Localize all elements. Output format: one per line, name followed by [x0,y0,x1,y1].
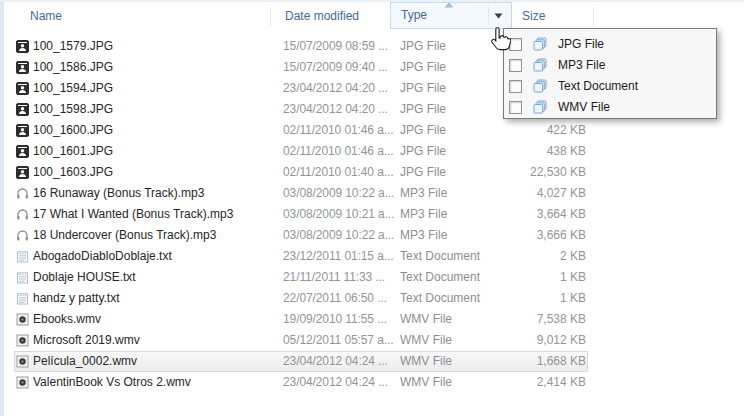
table-row[interactable]: 100_1598.JPG 23/04/2012 04:20 ... JPG Fi… [14,99,588,120]
file-size: 1,668 KB [466,351,586,372]
filter-option[interactable]: JPG File [504,34,716,55]
file-stack-icon [533,100,548,115]
photo-icon [16,166,29,179]
filter-option-label: Text Document [558,76,638,97]
file-size: 3,666 KB [466,225,586,246]
file-date-modified: 03/08/2009 10:22 a... [283,183,399,204]
filter-option[interactable]: Text Document [504,76,716,97]
file-date-modified: 02/11/2010 01:46 a... [283,141,399,162]
filter-option[interactable]: WMV File [504,97,716,118]
file-name: 100_1579.JPG [33,36,279,57]
checkbox[interactable] [509,80,522,93]
file-name: 100_1601.JPG [33,141,279,162]
checkbox[interactable] [509,59,522,72]
photo-icon [16,145,29,158]
headphones-icon [16,208,29,221]
filter-option-label: WMV File [558,97,610,118]
checkbox[interactable] [509,101,522,114]
table-row[interactable]: ValentinBook Vs Otros 2.wmv 23/04/2012 0… [14,372,588,393]
photo-icon [16,82,29,95]
file-date-modified: 02/11/2010 01:46 a... [283,120,399,141]
file-date-modified: 02/11/2010 01:40 a... [283,162,399,183]
file-date-modified: 23/04/2012 04:24 ... [283,351,399,372]
column-header-type-label: Type [401,3,427,28]
file-size: 2,414 KB [466,372,586,393]
file-name: 100_1586.JPG [33,57,279,78]
video-icon [16,313,29,326]
file-name: 100_1603.JPG [33,162,279,183]
file-size: 4,027 KB [466,183,586,204]
column-header-name[interactable]: Name [30,2,62,30]
column-divider[interactable] [270,7,271,26]
file-name: 100_1600.JPG [33,120,279,141]
table-row[interactable]: 100_1586.JPG 15/07/2009 09:40 ... JPG Fi… [14,57,588,78]
photo-icon [16,124,29,137]
table-row[interactable]: 100_1594.JPG 23/04/2012 04:20 ... JPG Fi… [14,78,588,99]
table-row[interactable]: 16 Runaway (Bonus Track).mp3 03/08/2009 … [14,183,588,204]
chevron-down-icon [494,13,503,19]
file-name: 100_1598.JPG [33,99,279,120]
file-name: 16 Runaway (Bonus Track).mp3 [33,183,279,204]
table-row[interactable]: AbogadoDiabloDoblaje.txt 23/12/2011 01:1… [14,246,588,267]
file-name: Doblaje HOUSE.txt [33,267,279,288]
filter-option[interactable]: MP3 File [504,55,716,76]
file-date-modified: 05/12/2011 05:57 a... [283,330,399,351]
column-divider[interactable] [593,7,594,26]
file-size: 22,530 KB [466,162,586,183]
table-row[interactable]: 100_1601.JPG 02/11/2010 01:46 a... JPG F… [14,141,588,162]
file-name: AbogadoDiabloDoblaje.txt [33,246,279,267]
photo-icon [16,40,29,53]
table-row[interactable]: 17 What I Wanted (Bonus Track).mp3 03/08… [14,204,588,225]
file-date-modified: 23/12/2011 01:15 a... [283,246,399,267]
checkbox[interactable] [509,38,522,51]
column-header-row: Name Date modified Type Size [0,2,744,30]
file-date-modified: 19/09/2010 11:55 ... [283,309,399,330]
type-filter-dropdown-button[interactable] [487,3,511,28]
text-document-icon [16,292,29,305]
file-name: ValentinBook Vs Otros 2.wmv [33,372,279,393]
table-row[interactable]: Ebooks.wmv 19/09/2010 11:55 ... WMV File… [14,309,588,330]
file-size: 422 KB [466,120,586,141]
file-size: 1 KB [466,288,586,309]
file-stack-icon [533,58,548,73]
file-size: 438 KB [466,141,586,162]
table-row[interactable]: handz y patty.txt 22/07/2011 06:50 ... T… [14,288,588,309]
filter-option-label: JPG File [558,34,604,55]
table-row[interactable]: 100_1579.JPG 15/07/2009 08:59 ... JPG Fi… [14,36,588,57]
file-size: 9,012 KB [466,330,586,351]
file-name: 18 Undercover (Bonus Track).mp3 [33,225,279,246]
file-stack-icon [533,37,548,52]
table-row[interactable]: 100_1600.JPG 02/11/2010 01:46 a... JPG F… [14,120,588,141]
file-date-modified: 23/04/2012 04:20 ... [283,99,399,120]
column-header-date-modified[interactable]: Date modified [285,2,359,30]
table-row[interactable]: Película_0002.wmv 23/04/2012 04:24 ... W… [14,351,588,372]
table-row[interactable]: Doblaje HOUSE.txt 21/11/2011 11:33 ... T… [14,267,588,288]
type-filter-dropdown: JPG File MP3 File Text Document WMV File [503,28,717,119]
table-row[interactable]: 100_1603.JPG 02/11/2010 01:40 a... JPG F… [14,162,588,183]
video-icon [16,355,29,368]
table-row[interactable]: Microsoft 2019.wmv 05/12/2011 05:57 a...… [14,330,588,351]
file-name: Película_0002.wmv [33,351,279,372]
file-name: Ebooks.wmv [33,309,279,330]
sort-ascending-icon [444,2,454,8]
filter-option-label: MP3 File [558,55,605,76]
file-date-modified: 23/04/2012 04:20 ... [283,78,399,99]
file-date-modified: 23/04/2012 04:24 ... [283,372,399,393]
photo-icon [16,103,29,116]
video-icon [16,334,29,347]
photo-icon [16,61,29,74]
file-date-modified: 21/11/2011 11:33 ... [283,267,399,288]
file-name: 17 What I Wanted (Bonus Track).mp3 [33,204,279,225]
column-header-size[interactable]: Size [522,2,545,30]
text-document-icon [16,250,29,263]
file-size: 7,538 KB [466,309,586,330]
file-name: Microsoft 2019.wmv [33,330,279,351]
file-size: 1 KB [466,267,586,288]
file-name: handz y patty.txt [33,288,279,309]
table-row[interactable]: 18 Undercover (Bonus Track).mp3 03/08/20… [14,225,588,246]
headphones-icon [16,187,29,200]
file-date-modified: 03/08/2009 10:21 a... [283,204,399,225]
text-document-icon [16,271,29,284]
file-size: 2 KB [466,246,586,267]
file-date-modified: 15/07/2009 08:59 ... [283,36,399,57]
